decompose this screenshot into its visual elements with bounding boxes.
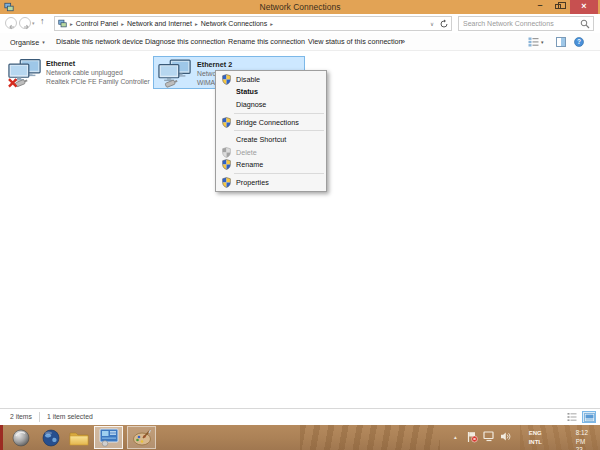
restore-button[interactable] (550, 0, 566, 14)
status-bar: 2 items 1 item selected (0, 408, 600, 425)
items-count: 2 items (10, 409, 32, 425)
taskbar-button-file-explorer[interactable] (66, 426, 92, 449)
chevron-icon[interactable]: ▸ (195, 21, 198, 27)
uac-shield-icon (219, 177, 233, 188)
list-view-icon (567, 412, 577, 422)
address-bar: ▾ ↑ ▸ Control Panel ▸ Network and Intern… (0, 14, 600, 33)
location-icon (58, 19, 67, 28)
action-center-icon[interactable] (467, 431, 478, 443)
desktop-artifact (0, 425, 3, 450)
connection-status: Network cable unplugged (46, 69, 123, 76)
preview-pane-icon[interactable] (556, 37, 566, 47)
change-view-icon[interactable] (528, 37, 539, 47)
menu-item-diagnose[interactable]: Diagnose (216, 98, 326, 111)
titlebar[interactable]: Network Connections – × (0, 0, 600, 14)
menu-item-disable[interactable]: Disable (216, 73, 326, 86)
folder-icon (69, 430, 89, 446)
network-tray-icon[interactable] (483, 431, 495, 442)
window-title: Network Connections (0, 0, 600, 14)
folder-view[interactable]: Ethernet Network cable unplugged Realtek… (0, 51, 600, 408)
chevron-icon[interactable]: ▸ (121, 21, 124, 27)
menu-separator (234, 113, 324, 114)
menu-item-create-shortcut[interactable]: Create Shortcut (216, 133, 326, 146)
chevron-down-icon: ▾ (42, 39, 45, 45)
taskbar-button-browser[interactable] (38, 426, 64, 449)
taskbar: ▴ ENG INTL 8:12 PM 23-Jul-13 (0, 425, 600, 450)
uac-shield-icon (219, 74, 233, 85)
selected-count: 1 item selected (47, 409, 93, 425)
command-bar: Organise▾ Disable this network device Di… (0, 33, 600, 51)
paint-palette-icon (132, 429, 152, 446)
large-icons-view-toggle[interactable] (582, 411, 596, 423)
clock[interactable]: 8:12 PM 23-Jul-13 (576, 429, 588, 450)
search-box (458, 16, 594, 31)
connection-name: Ethernet (46, 59, 75, 68)
back-button[interactable] (5, 17, 17, 29)
language-indicator[interactable]: ENG INTL (529, 429, 542, 446)
explorer-window: Network Connections – × ▾ ↑ ▸ (0, 0, 600, 425)
back-arrow-icon (7, 22, 17, 32)
status-divider (39, 412, 40, 422)
address-dropdown-icon[interactable]: ∨ (430, 21, 434, 27)
taskbar-button-control-panel-active[interactable] (94, 426, 123, 449)
time: 8:12 PM (576, 429, 588, 446)
connection-name: Ethernet 2 (197, 60, 232, 69)
refresh-icon[interactable] (439, 19, 449, 29)
restore-icon (555, 4, 561, 9)
menu-separator (234, 130, 324, 131)
breadcrumb-network-and-internet[interactable]: Network and Internet (127, 20, 192, 27)
menu-item-bridge-connections[interactable]: Bridge Connections (216, 116, 326, 129)
search-icon[interactable] (580, 19, 590, 29)
uac-shield-icon (219, 159, 233, 170)
organise-button[interactable]: Organise▾ (10, 33, 45, 51)
help-icon[interactable]: ? (574, 37, 584, 47)
chevron-icon: ▸ (70, 21, 73, 27)
minimize-button[interactable]: – (532, 0, 548, 14)
disable-device-button[interactable]: Disable this network device (56, 33, 143, 51)
breadcrumb[interactable]: ▸ Control Panel ▸ Network and Internet ▸… (54, 16, 452, 31)
svg-text:?: ? (577, 38, 581, 45)
globe-icon (42, 429, 60, 447)
desktop-texture (300, 425, 440, 450)
context-menu: Disable Status Diagnose Bridge Connectio… (215, 70, 327, 192)
menu-item-status[interactable]: Status (216, 86, 326, 99)
breadcrumb-control-panel[interactable]: Control Panel (76, 20, 118, 27)
volume-icon[interactable] (500, 431, 511, 442)
chevron-icon[interactable]: ▸ (270, 21, 273, 27)
screen: Network Connections – × ▾ ↑ ▸ (0, 0, 600, 450)
menu-item-delete: Delete (216, 146, 326, 159)
forward-arrow-icon (21, 22, 31, 32)
breadcrumb-network-connections[interactable]: Network Connections (201, 20, 268, 27)
date: 23-Jul-13 (576, 446, 588, 450)
close-button[interactable]: × (570, 0, 598, 14)
uac-shield-icon (219, 117, 233, 128)
list-view-toggle[interactable] (565, 411, 579, 423)
connection-item-ethernet[interactable]: Ethernet Network cable unplugged Realtek… (6, 56, 151, 89)
gray-orb-icon (12, 429, 30, 447)
menu-item-properties[interactable]: Properties (216, 176, 326, 189)
network-adapter-icon (158, 59, 192, 88)
network-adapter-disconnected-icon (8, 58, 42, 88)
search-input[interactable] (463, 17, 578, 30)
taskbar-button-paint[interactable] (127, 426, 156, 449)
forward-button[interactable] (19, 17, 31, 29)
recent-pages-dropdown[interactable]: ▾ (32, 20, 35, 26)
taskbar-button-media[interactable] (8, 426, 34, 449)
uac-shield-icon (219, 147, 233, 158)
menu-item-rename[interactable]: Rename (216, 159, 326, 172)
rename-connection-button[interactable]: Rename this connection (228, 33, 305, 51)
large-icons-view-icon (584, 413, 595, 422)
connection-device: Realtek PCIe FE Family Controller (46, 78, 150, 85)
change-view-dropdown-icon[interactable]: ▾ (541, 33, 544, 51)
control-panel-icon (99, 428, 119, 447)
view-status-button[interactable]: View status of this connection (308, 33, 403, 51)
toolbar-overflow-button[interactable]: » (401, 33, 405, 51)
diagnose-connection-button[interactable]: Diagnose this connection (145, 33, 225, 51)
tray-expand-icon[interactable]: ▴ (454, 434, 457, 440)
menu-separator (234, 173, 324, 174)
up-button[interactable]: ↑ (40, 16, 45, 26)
